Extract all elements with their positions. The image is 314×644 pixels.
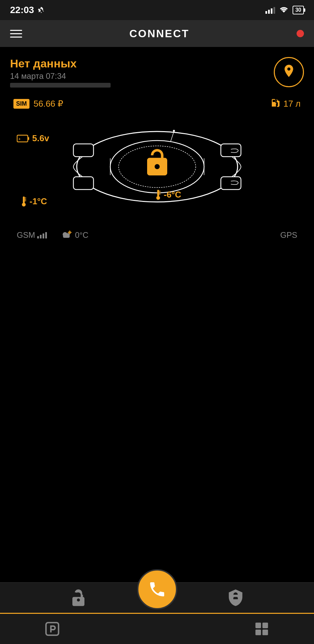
no-data-label: Нет данных [10, 57, 274, 70]
hamburger-menu[interactable] [10, 30, 22, 38]
inside-temp-value: -6°C [164, 190, 181, 200]
svg-rect-36 [255, 630, 261, 635]
svg-rect-15 [157, 190, 159, 197]
temp-outside: -1°C [20, 196, 47, 207]
gps-label: GPS [280, 230, 297, 239]
app-title: CONNECT [129, 28, 189, 40]
svg-rect-10 [73, 177, 93, 190]
svg-rect-37 [262, 630, 268, 635]
svg-point-14 [173, 130, 175, 132]
fuel-level: 17 л [284, 99, 301, 109]
gsm-bars [37, 232, 47, 238]
main-content: Нет данных 14 марта 07:34 SIM 56.66 ₽ 17… [0, 47, 314, 240]
bottom-nav [0, 582, 314, 644]
svg-point-16 [156, 196, 160, 200]
nav-row-bottom [0, 614, 314, 644]
svg-point-21 [22, 203, 25, 206]
info-top-row: Нет данных 14 марта 07:34 [10, 57, 304, 88]
location-address [10, 83, 111, 88]
status-bar: 22:03 30 [0, 0, 314, 20]
weather-info: 0°C [60, 230, 88, 240]
record-indicator [297, 30, 304, 37]
unlock-icon [69, 589, 87, 607]
phone-icon [148, 580, 167, 599]
sim-fuel-row: SIM 56.66 ₽ 17 л [10, 98, 304, 110]
weather-icon [60, 230, 72, 240]
menu-grid-nav-item[interactable] [238, 621, 285, 637]
thermometer-outside-icon [20, 196, 27, 207]
svg-rect-20 [23, 197, 25, 203]
call-button[interactable] [137, 569, 177, 609]
parking-icon [44, 621, 61, 637]
app-header: CONNECT [0, 20, 314, 47]
parking-nav-item[interactable] [29, 621, 76, 637]
location-button[interactable] [274, 57, 304, 87]
battery-indicator: 30 [293, 6, 304, 14]
gps-info: GPS [280, 230, 297, 240]
sim-badge: SIM [13, 99, 29, 109]
sim-balance: 56.66 ₽ [34, 99, 63, 109]
unlock-nav-item[interactable] [55, 589, 102, 607]
nav-row-top [0, 583, 314, 613]
last-update: 14 марта 07:34 [10, 71, 274, 81]
svg-rect-9 [73, 144, 93, 157]
mute-icon [38, 6, 45, 14]
security-nav-item[interactable] [212, 589, 259, 607]
status-icons: 30 [265, 5, 304, 15]
lock-icon[interactable] [142, 148, 172, 179]
thermometer-icon [154, 189, 162, 200]
wifi-icon [279, 5, 289, 15]
car-diagram: + 5.6v [10, 113, 304, 220]
location-pin-icon [281, 63, 296, 81]
signal-strength [265, 6, 275, 14]
weather-temp: 0°C [75, 230, 88, 240]
sim-info: SIM 56.66 ₽ [13, 99, 63, 109]
svg-line-13 [171, 131, 174, 142]
gsm-info: GSM [17, 230, 47, 240]
svg-point-28 [68, 231, 71, 234]
gsm-label: GSM [17, 230, 35, 240]
battery-level: 30 [295, 7, 301, 13]
outside-temp-value: -1°C [29, 196, 47, 207]
grid-icon [253, 621, 270, 637]
vehicle-info: Нет данных 14 марта 07:34 [10, 57, 274, 88]
temp-inside: -6°C [154, 189, 181, 200]
svg-rect-27 [63, 235, 70, 238]
security-icon [227, 589, 245, 607]
time-display: 22:03 [10, 5, 34, 15]
status-time: 22:03 [10, 5, 45, 15]
status-row: GSM 0°C GPS [10, 224, 304, 240]
fuel-info: 17 л [270, 98, 301, 110]
svg-rect-35 [262, 623, 268, 628]
fuel-icon [270, 98, 280, 110]
svg-rect-34 [255, 623, 261, 628]
